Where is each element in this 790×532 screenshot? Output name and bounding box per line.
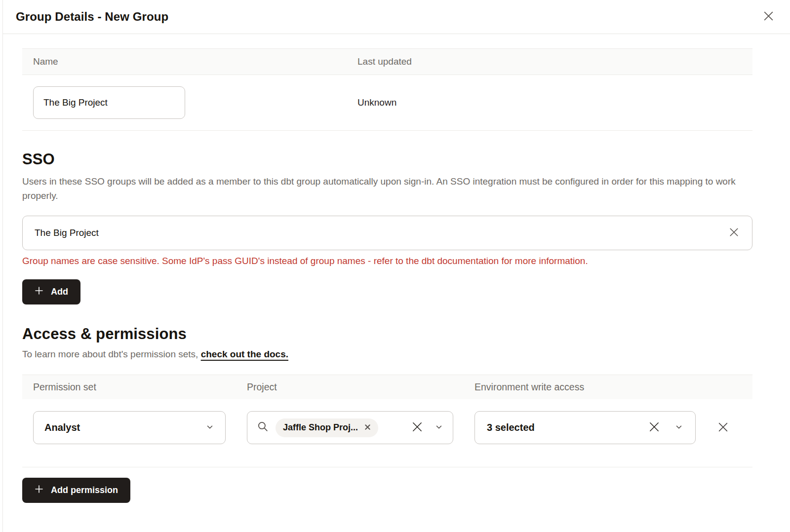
clear-icon — [410, 420, 424, 435]
chevron-down-icon — [674, 422, 683, 433]
permission-set-select[interactable]: Analyst — [33, 411, 226, 444]
add-sso-group-button[interactable]: Add — [22, 279, 80, 304]
docs-link[interactable]: check out the docs. — [201, 349, 288, 359]
sso-clear-button[interactable] — [728, 226, 740, 240]
search-icon — [257, 420, 269, 435]
delete-icon — [716, 420, 730, 435]
environment-clear-button[interactable] — [647, 420, 661, 435]
sso-warning-text: Group names are case sensitive. Some IdP… — [22, 256, 752, 266]
project-chip-label: Jaffle Shop Proj... — [283, 422, 358, 433]
last-updated-value: Unknown — [357, 97, 396, 108]
column-header-environment-write-access: Environment write access — [463, 381, 752, 393]
clear-icon — [728, 226, 740, 240]
close-icon — [762, 9, 775, 24]
table-row: Unknown — [22, 75, 752, 130]
access-permissions-heading: Access & permissions — [22, 325, 752, 343]
chevron-down-icon — [205, 422, 214, 433]
clear-icon — [647, 420, 661, 435]
sso-description: Users in these SSO groups will be added … — [22, 174, 748, 203]
project-chip[interactable]: Jaffle Shop Proj... — [276, 418, 378, 437]
delete-permission-row-button[interactable] — [716, 420, 730, 435]
group-details-table: Name Last updated Unknown — [22, 48, 752, 131]
column-header-project: Project — [236, 381, 463, 393]
sso-heading: SSO — [22, 151, 752, 168]
project-clear-button[interactable] — [410, 420, 424, 435]
group-details-modal: Group Details - New Group Name Last upda… — [2, 0, 790, 532]
modal-header: Group Details - New Group — [3, 0, 790, 34]
environment-selected-value: 3 selected — [487, 422, 535, 433]
group-name-input[interactable] — [33, 86, 185, 119]
project-multiselect[interactable]: Jaffle Shop Proj... — [247, 411, 453, 444]
permissions-table: Permission set Project Environment write… — [22, 375, 752, 467]
sso-group-input[interactable] — [35, 216, 728, 250]
page-title: Group Details - New Group — [16, 10, 168, 24]
plus-icon — [35, 485, 43, 496]
description-prefix: To learn more about dbt's permission set… — [22, 349, 201, 359]
add-permission-label: Add permission — [51, 485, 118, 495]
plus-icon — [35, 286, 43, 298]
add-button-label: Add — [51, 287, 68, 297]
chip-remove-icon[interactable] — [364, 422, 371, 433]
permission-row: Analyst Jaffle Shop Proj... — [22, 399, 752, 467]
column-header-name: Name — [22, 56, 347, 67]
chevron-down-icon — [434, 422, 443, 433]
permission-set-value: Analyst — [44, 422, 80, 433]
add-permission-button[interactable]: Add permission — [22, 478, 130, 503]
permissions-description: To learn more about dbt's permission set… — [22, 349, 752, 360]
close-button[interactable] — [762, 9, 775, 24]
column-header-last-updated: Last updated — [347, 56, 752, 67]
environment-write-access-select[interactable]: 3 selected — [474, 411, 696, 444]
column-header-permission-set: Permission set — [22, 381, 236, 393]
permissions-table-header: Permission set Project Environment write… — [22, 375, 752, 399]
sso-group-field — [22, 216, 752, 250]
details-table-header: Name Last updated — [22, 49, 752, 75]
